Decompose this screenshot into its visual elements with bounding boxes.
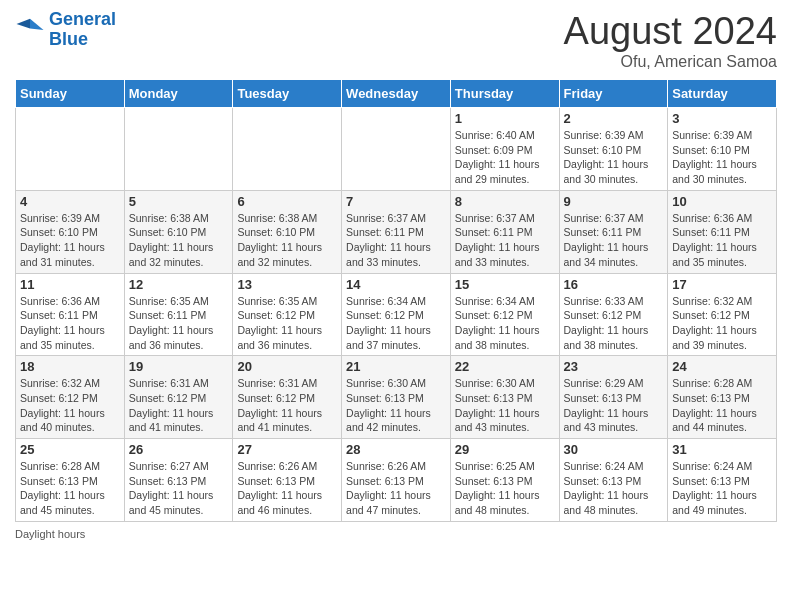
calendar-cell: 23Sunrise: 6:29 AM Sunset: 6:13 PM Dayli… (559, 356, 668, 439)
day-info: Sunrise: 6:36 AM Sunset: 6:11 PM Dayligh… (672, 211, 772, 270)
day-info: Sunrise: 6:31 AM Sunset: 6:12 PM Dayligh… (129, 376, 229, 435)
day-info: Sunrise: 6:24 AM Sunset: 6:13 PM Dayligh… (672, 459, 772, 518)
day-info: Sunrise: 6:25 AM Sunset: 6:13 PM Dayligh… (455, 459, 555, 518)
day-info: Sunrise: 6:37 AM Sunset: 6:11 PM Dayligh… (455, 211, 555, 270)
day-number: 2 (564, 111, 664, 126)
calendar-day-header: Wednesday (342, 80, 451, 108)
day-info: Sunrise: 6:29 AM Sunset: 6:13 PM Dayligh… (564, 376, 664, 435)
calendar-cell: 31Sunrise: 6:24 AM Sunset: 6:13 PM Dayli… (668, 439, 777, 522)
day-info: Sunrise: 6:39 AM Sunset: 6:10 PM Dayligh… (564, 128, 664, 187)
logo-line2: Blue (49, 29, 88, 49)
day-info: Sunrise: 6:31 AM Sunset: 6:12 PM Dayligh… (237, 376, 337, 435)
calendar-week-row: 4Sunrise: 6:39 AM Sunset: 6:10 PM Daylig… (16, 190, 777, 273)
calendar-cell: 21Sunrise: 6:30 AM Sunset: 6:13 PM Dayli… (342, 356, 451, 439)
calendar-cell: 27Sunrise: 6:26 AM Sunset: 6:13 PM Dayli… (233, 439, 342, 522)
day-info: Sunrise: 6:28 AM Sunset: 6:13 PM Dayligh… (672, 376, 772, 435)
calendar-day-header: Friday (559, 80, 668, 108)
day-number: 29 (455, 442, 555, 457)
day-info: Sunrise: 6:40 AM Sunset: 6:09 PM Dayligh… (455, 128, 555, 187)
title-area: August 2024 Ofu, American Samoa (564, 10, 777, 71)
day-number: 20 (237, 359, 337, 374)
day-number: 23 (564, 359, 664, 374)
day-info: Sunrise: 6:38 AM Sunset: 6:10 PM Dayligh… (129, 211, 229, 270)
day-number: 11 (20, 277, 120, 292)
day-info: Sunrise: 6:34 AM Sunset: 6:12 PM Dayligh… (346, 294, 446, 353)
day-number: 7 (346, 194, 446, 209)
calendar-table: SundayMondayTuesdayWednesdayThursdayFrid… (15, 79, 777, 522)
day-info: Sunrise: 6:39 AM Sunset: 6:10 PM Dayligh… (20, 211, 120, 270)
calendar-cell: 1Sunrise: 6:40 AM Sunset: 6:09 PM Daylig… (450, 108, 559, 191)
day-number: 14 (346, 277, 446, 292)
day-number: 4 (20, 194, 120, 209)
day-info: Sunrise: 6:33 AM Sunset: 6:12 PM Dayligh… (564, 294, 664, 353)
day-number: 1 (455, 111, 555, 126)
svg-marker-1 (17, 19, 31, 29)
calendar-cell: 4Sunrise: 6:39 AM Sunset: 6:10 PM Daylig… (16, 190, 125, 273)
calendar-day-header: Tuesday (233, 80, 342, 108)
day-number: 22 (455, 359, 555, 374)
day-number: 9 (564, 194, 664, 209)
calendar-week-row: 25Sunrise: 6:28 AM Sunset: 6:13 PM Dayli… (16, 439, 777, 522)
day-info: Sunrise: 6:32 AM Sunset: 6:12 PM Dayligh… (672, 294, 772, 353)
calendar-cell: 6Sunrise: 6:38 AM Sunset: 6:10 PM Daylig… (233, 190, 342, 273)
day-number: 8 (455, 194, 555, 209)
day-number: 28 (346, 442, 446, 457)
footer-note: Daylight hours (15, 528, 777, 540)
day-number: 10 (672, 194, 772, 209)
day-number: 24 (672, 359, 772, 374)
calendar-day-header: Sunday (16, 80, 125, 108)
day-number: 21 (346, 359, 446, 374)
calendar-cell: 22Sunrise: 6:30 AM Sunset: 6:13 PM Dayli… (450, 356, 559, 439)
calendar-header-row: SundayMondayTuesdayWednesdayThursdayFrid… (16, 80, 777, 108)
day-number: 15 (455, 277, 555, 292)
day-info: Sunrise: 6:37 AM Sunset: 6:11 PM Dayligh… (346, 211, 446, 270)
day-number: 25 (20, 442, 120, 457)
calendar-cell: 17Sunrise: 6:32 AM Sunset: 6:12 PM Dayli… (668, 273, 777, 356)
calendar-week-row: 1Sunrise: 6:40 AM Sunset: 6:09 PM Daylig… (16, 108, 777, 191)
calendar-cell: 13Sunrise: 6:35 AM Sunset: 6:12 PM Dayli… (233, 273, 342, 356)
day-number: 3 (672, 111, 772, 126)
day-info: Sunrise: 6:26 AM Sunset: 6:13 PM Dayligh… (237, 459, 337, 518)
day-info: Sunrise: 6:32 AM Sunset: 6:12 PM Dayligh… (20, 376, 120, 435)
calendar-cell: 5Sunrise: 6:38 AM Sunset: 6:10 PM Daylig… (124, 190, 233, 273)
calendar-cell: 2Sunrise: 6:39 AM Sunset: 6:10 PM Daylig… (559, 108, 668, 191)
day-number: 31 (672, 442, 772, 457)
day-number: 6 (237, 194, 337, 209)
day-info: Sunrise: 6:30 AM Sunset: 6:13 PM Dayligh… (346, 376, 446, 435)
calendar-cell: 29Sunrise: 6:25 AM Sunset: 6:13 PM Dayli… (450, 439, 559, 522)
day-number: 5 (129, 194, 229, 209)
calendar-cell: 15Sunrise: 6:34 AM Sunset: 6:12 PM Dayli… (450, 273, 559, 356)
calendar-cell: 20Sunrise: 6:31 AM Sunset: 6:12 PM Dayli… (233, 356, 342, 439)
calendar-cell: 25Sunrise: 6:28 AM Sunset: 6:13 PM Dayli… (16, 439, 125, 522)
day-info: Sunrise: 6:35 AM Sunset: 6:12 PM Dayligh… (237, 294, 337, 353)
day-number: 17 (672, 277, 772, 292)
daylight-label: Daylight hours (15, 528, 85, 540)
calendar-cell: 18Sunrise: 6:32 AM Sunset: 6:12 PM Dayli… (16, 356, 125, 439)
calendar-cell: 30Sunrise: 6:24 AM Sunset: 6:13 PM Dayli… (559, 439, 668, 522)
day-number: 13 (237, 277, 337, 292)
calendar-cell: 10Sunrise: 6:36 AM Sunset: 6:11 PM Dayli… (668, 190, 777, 273)
day-info: Sunrise: 6:34 AM Sunset: 6:12 PM Dayligh… (455, 294, 555, 353)
logo-icon (15, 15, 45, 45)
calendar-day-header: Monday (124, 80, 233, 108)
day-number: 16 (564, 277, 664, 292)
day-number: 19 (129, 359, 229, 374)
calendar-cell: 3Sunrise: 6:39 AM Sunset: 6:10 PM Daylig… (668, 108, 777, 191)
calendar-cell: 7Sunrise: 6:37 AM Sunset: 6:11 PM Daylig… (342, 190, 451, 273)
calendar-cell: 19Sunrise: 6:31 AM Sunset: 6:12 PM Dayli… (124, 356, 233, 439)
day-info: Sunrise: 6:27 AM Sunset: 6:13 PM Dayligh… (129, 459, 229, 518)
day-info: Sunrise: 6:28 AM Sunset: 6:13 PM Dayligh… (20, 459, 120, 518)
calendar-cell: 14Sunrise: 6:34 AM Sunset: 6:12 PM Dayli… (342, 273, 451, 356)
calendar-cell: 8Sunrise: 6:37 AM Sunset: 6:11 PM Daylig… (450, 190, 559, 273)
logo: General Blue (15, 10, 116, 50)
day-info: Sunrise: 6:30 AM Sunset: 6:13 PM Dayligh… (455, 376, 555, 435)
calendar-week-row: 11Sunrise: 6:36 AM Sunset: 6:11 PM Dayli… (16, 273, 777, 356)
calendar-week-row: 18Sunrise: 6:32 AM Sunset: 6:12 PM Dayli… (16, 356, 777, 439)
calendar-cell: 11Sunrise: 6:36 AM Sunset: 6:11 PM Dayli… (16, 273, 125, 356)
svg-marker-0 (30, 19, 44, 30)
day-info: Sunrise: 6:36 AM Sunset: 6:11 PM Dayligh… (20, 294, 120, 353)
calendar-cell: 9Sunrise: 6:37 AM Sunset: 6:11 PM Daylig… (559, 190, 668, 273)
day-number: 27 (237, 442, 337, 457)
day-number: 26 (129, 442, 229, 457)
day-info: Sunrise: 6:24 AM Sunset: 6:13 PM Dayligh… (564, 459, 664, 518)
